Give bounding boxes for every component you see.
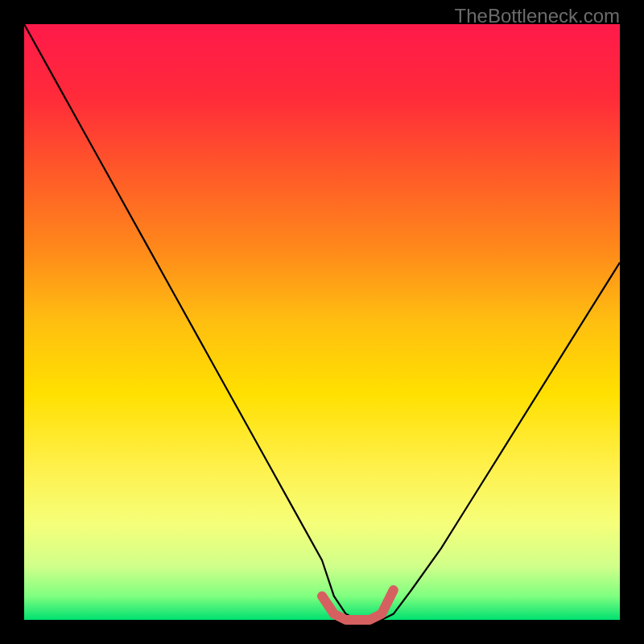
bottleneck-curve [24, 24, 620, 620]
curve-layer [24, 24, 620, 620]
plot-area [24, 24, 620, 620]
watermark-text: TheBottleneck.com [455, 5, 620, 27]
chart-container: TheBottleneck.com [0, 0, 644, 644]
